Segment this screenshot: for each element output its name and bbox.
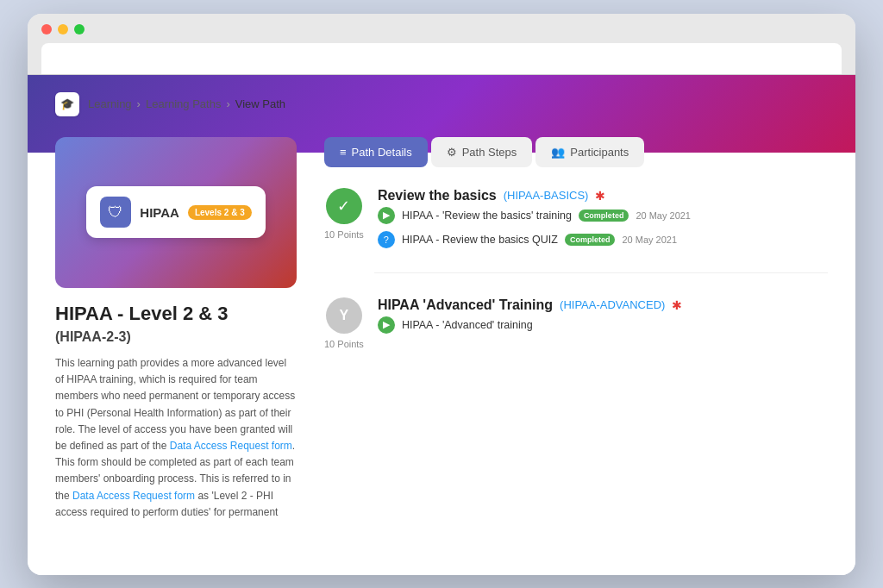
left-panel: 🛡 HIPAA Levels 2 & 3 HIPAA - Level 2 & 3… bbox=[55, 137, 297, 521]
sub-item-1-2-date: 20 May 2021 bbox=[622, 235, 677, 245]
dot-red bbox=[41, 24, 52, 34]
course-image: 🛡 HIPAA Levels 2 & 3 bbox=[55, 137, 297, 288]
browser-chrome bbox=[28, 14, 855, 75]
step-2-icon-col: Y 10 Points bbox=[324, 297, 364, 356]
course-code: (HIPAA-2-3) bbox=[55, 329, 297, 345]
tab-participants-label: Participants bbox=[570, 146, 629, 159]
breadcrumb-learning-paths[interactable]: Learning Paths bbox=[146, 97, 221, 110]
dot-green bbox=[74, 24, 85, 34]
browser-dots bbox=[41, 24, 842, 34]
sub-item-2-1-icon: ▶ bbox=[378, 316, 395, 334]
tab-path-details-label: Path Details bbox=[352, 146, 412, 159]
sub-item-2-1: ▶ HIPAA - 'Advanced' training bbox=[378, 316, 828, 334]
sep-2: › bbox=[226, 97, 229, 110]
breadcrumb-view-path: View Path bbox=[235, 97, 285, 110]
step-1-header: Review the basics (HIPAA-BASICS) ✱ bbox=[378, 188, 828, 203]
tab-path-details-icon: ≡ bbox=[340, 146, 347, 159]
sub-item-1-1-badge: Completed bbox=[579, 210, 629, 222]
step-1-points: 10 Points bbox=[324, 229, 364, 240]
tab-path-steps-label: Path Steps bbox=[462, 146, 517, 159]
hipaa-shield-icon: 🛡 bbox=[100, 197, 131, 228]
step-2-code: (HIPAA-ADVANCED) bbox=[560, 298, 665, 311]
tabs: ≡ Path Details ⚙ Path Steps 👥 Participan… bbox=[324, 137, 828, 167]
tab-path-steps-icon: ⚙ bbox=[447, 146, 457, 159]
sub-item-1-2: ? HIPAA - Review the basics QUIZ Complet… bbox=[378, 231, 828, 248]
breadcrumb-learning[interactable]: Learning bbox=[88, 97, 132, 110]
right-panel: ≡ Path Details ⚙ Path Steps 👥 Participan… bbox=[324, 137, 828, 521]
tab-path-details[interactable]: ≡ Path Details bbox=[324, 137, 428, 167]
step-1-code: (HIPAA-BASICS) bbox=[504, 189, 589, 202]
learning-icon: 🎓 bbox=[55, 92, 79, 116]
data-access-link-1[interactable]: Data Access Request form bbox=[170, 440, 292, 452]
path-steps: ✓ 10 Points Review the basics (HIPAA-BAS… bbox=[324, 188, 828, 356]
content-area: 🎓 Learning › Learning Paths › View Path … bbox=[28, 75, 855, 548]
tab-path-steps[interactable]: ⚙ Path Steps bbox=[431, 137, 533, 167]
step-2-content: HIPAA 'Advanced' Training (HIPAA-ADVANCE… bbox=[378, 297, 828, 356]
hipaa-label: HIPAA bbox=[140, 205, 179, 220]
step-2-points: 10 Points bbox=[324, 339, 364, 349]
sub-item-1-1: ▶ HIPAA - 'Review the basics' training C… bbox=[378, 207, 828, 224]
step-2-subitems: ▶ HIPAA - 'Advanced' training bbox=[378, 316, 828, 334]
sub-item-2-1-text: HIPAA - 'Advanced' training bbox=[402, 319, 533, 331]
browser-window: 🎓 Learning › Learning Paths › View Path … bbox=[28, 14, 855, 575]
step-2-required: ✱ bbox=[672, 298, 682, 312]
app-content: 🎓 Learning › Learning Paths › View Path … bbox=[28, 75, 855, 575]
course-title: HIPAA - Level 2 & 3 bbox=[55, 302, 297, 327]
breadcrumb: 🎓 Learning › Learning Paths › View Path bbox=[55, 92, 828, 116]
sep-1: › bbox=[137, 97, 141, 110]
step-group-2: Y 10 Points HIPAA 'Advanced' Training (H… bbox=[324, 297, 828, 356]
step-1-content: Review the basics (HIPAA-BASICS) ✱ ▶ HIP… bbox=[378, 188, 828, 248]
tab-participants[interactable]: 👥 Participants bbox=[535, 137, 644, 167]
main-layout: 🛡 HIPAA Levels 2 & 3 HIPAA - Level 2 & 3… bbox=[55, 137, 828, 521]
data-access-link-2[interactable]: Data Access Request form bbox=[72, 490, 195, 502]
step-2-title: HIPAA 'Advanced' Training bbox=[378, 297, 553, 313]
address-bar[interactable] bbox=[41, 43, 842, 74]
sub-item-1-2-badge: Completed bbox=[565, 234, 616, 246]
step-2-icon: Y bbox=[326, 297, 362, 334]
desc-text-1: This learning path provides a more advan… bbox=[55, 357, 295, 452]
step-group-1: ✓ 10 Points Review the basics (HIPAA-BAS… bbox=[324, 188, 828, 248]
step-2-header: HIPAA 'Advanced' Training (HIPAA-ADVANCE… bbox=[378, 297, 828, 313]
course-description: This learning path provides a more advan… bbox=[55, 355, 297, 521]
sub-item-1-2-text: HIPAA - Review the basics QUIZ bbox=[402, 234, 558, 246]
step-divider bbox=[374, 272, 828, 273]
sub-item-1-1-icon: ▶ bbox=[378, 207, 395, 224]
dot-yellow bbox=[58, 24, 68, 34]
sub-item-1-1-text: HIPAA - 'Review the basics' training bbox=[402, 210, 572, 222]
step-1-required: ✱ bbox=[595, 189, 605, 203]
sub-item-1-1-date: 20 May 2021 bbox=[636, 210, 691, 221]
step-1-icon-col: ✓ 10 Points bbox=[324, 188, 364, 248]
level-badge: Levels 2 & 3 bbox=[188, 205, 252, 220]
step-1-icon: ✓ bbox=[326, 188, 362, 224]
sub-item-1-2-icon: ? bbox=[378, 231, 395, 248]
hipaa-card: 🛡 HIPAA Levels 2 & 3 bbox=[86, 186, 265, 238]
step-1-subitems: ▶ HIPAA - 'Review the basics' training C… bbox=[378, 207, 828, 248]
tab-participants-icon: 👥 bbox=[551, 146, 565, 159]
step-1-title: Review the basics bbox=[378, 188, 497, 203]
